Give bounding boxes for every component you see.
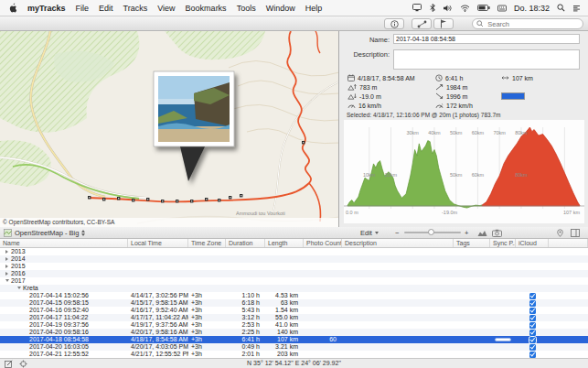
cell-photo-count bbox=[304, 248, 342, 255]
description-field[interactable] bbox=[393, 49, 580, 70]
table-row[interactable]: 2017-04-20 16:03:054/20/17, 4:03:05 PM+3… bbox=[0, 343, 588, 351]
volume-icon[interactable] bbox=[444, 5, 453, 12]
name-field[interactable] bbox=[393, 34, 580, 44]
group-row[interactable]: 2013 bbox=[0, 248, 588, 255]
row-name-label: 2017-04-21 12:55:52 bbox=[29, 351, 89, 357]
zoom-out-label[interactable]: − bbox=[395, 227, 399, 238]
waypoint-toggle-button[interactable] bbox=[556, 227, 564, 238]
cell-icloud bbox=[516, 307, 549, 314]
table-row[interactable]: 2017-04-20 09:58:164/20/17, 9:58:16 AM+3… bbox=[0, 329, 588, 336]
chart-axis-label: 70km bbox=[493, 130, 506, 135]
icloud-checkbox[interactable] bbox=[529, 337, 536, 343]
chart-axis-label: 50km bbox=[450, 172, 463, 178]
row-name-label: Kreta bbox=[23, 285, 38, 291]
cell-icloud bbox=[516, 285, 549, 292]
icloud-checkbox[interactable] bbox=[529, 300, 536, 307]
column-header-description[interactable]: Description bbox=[342, 239, 454, 247]
menu-item-window[interactable]: Window bbox=[266, 4, 295, 13]
chart-axis-label: 30km bbox=[406, 130, 419, 135]
bluetooth-icon[interactable] bbox=[429, 4, 436, 12]
apple-logo-icon[interactable] bbox=[9, 3, 17, 13]
cell-sync-p bbox=[490, 263, 516, 270]
disclosure-triangle[interactable] bbox=[5, 250, 8, 254]
group-row[interactable]: 2014 bbox=[0, 255, 588, 263]
row-name-label: 2017-04-16 09:52:40 bbox=[29, 307, 89, 313]
cell-local-time: 4/18/17, 8:54:58 AM bbox=[128, 336, 188, 343]
disclosure-triangle[interactable] bbox=[17, 287, 21, 289]
panel-toggle-button[interactable] bbox=[571, 227, 580, 238]
disclosure-triangle[interactable] bbox=[5, 257, 8, 261]
column-header-photo-count[interactable]: Photo Count bbox=[304, 239, 342, 247]
table-row[interactable]: 2017-04-18 08:54:584/18/17, 8:54:58 AM+3… bbox=[0, 336, 588, 343]
zoom-slider-track[interactable] bbox=[404, 232, 461, 233]
icloud-checkbox[interactable] bbox=[529, 308, 536, 314]
icloud-checkbox[interactable] bbox=[529, 322, 536, 329]
cell-length: 41.0 km bbox=[265, 321, 304, 329]
track-color-well[interactable] bbox=[501, 92, 525, 100]
cell-local-time bbox=[128, 270, 188, 277]
menu-item-bookmarks[interactable]: Bookmarks bbox=[186, 4, 227, 13]
group-row[interactable]: 2017 bbox=[0, 277, 588, 285]
map-layer-selector[interactable]: OpenStreetMap - Big bbox=[4, 227, 85, 238]
icloud-checkbox[interactable] bbox=[529, 344, 536, 351]
table-row[interactable]: 2017-04-16 09:52:404/16/17, 9:52:40 AM+3… bbox=[0, 307, 588, 314]
disclosure-triangle[interactable] bbox=[5, 272, 8, 276]
disclosure-triangle[interactable] bbox=[5, 279, 9, 282]
table-row[interactable]: 2017-04-17 11:04:224/17/17, 11:04:22 AM+… bbox=[0, 314, 588, 321]
edit-mode-selector[interactable]: Edit bbox=[360, 227, 379, 238]
zoom-slider-knob[interactable] bbox=[428, 229, 434, 235]
table-row[interactable]: 2017-04-21 12:55:524/21/17, 12:55:52 PM+… bbox=[0, 351, 588, 358]
wifi-icon[interactable] bbox=[460, 5, 470, 12]
spotlight-magnifier-icon[interactable] bbox=[557, 4, 565, 12]
table-row[interactable]: 2017-04-19 09:37:564/19/17, 9:37:56 AM+3… bbox=[0, 321, 588, 329]
column-header-icloud[interactable]: iCloud bbox=[516, 239, 549, 247]
display-icon[interactable] bbox=[412, 4, 422, 12]
table-row[interactable]: 2017-04-14 15:02:564/14/17, 3:02:56 PM+3… bbox=[0, 292, 588, 299]
disclosure-triangle[interactable] bbox=[5, 265, 8, 268]
chart-axis-label: 50km bbox=[450, 130, 463, 135]
map-view[interactable]: Ammoudi tou Vourkoti © OpenStreetMap con… bbox=[0, 31, 339, 227]
info-button[interactable] bbox=[384, 18, 404, 29]
icloud-checkbox[interactable] bbox=[529, 315, 536, 321]
flag-button[interactable] bbox=[433, 18, 454, 29]
menu-item-help[interactable]: Help bbox=[305, 4, 323, 13]
group-row[interactable]: 2016 bbox=[0, 270, 588, 277]
group-row[interactable]: 2015 bbox=[0, 263, 588, 270]
zoom-slider[interactable] bbox=[404, 227, 461, 238]
menu-item-edit[interactable]: Edit bbox=[99, 4, 113, 13]
column-header-length[interactable]: Length bbox=[265, 239, 304, 247]
cell-duration bbox=[226, 248, 265, 255]
cell-time-zone bbox=[188, 285, 226, 292]
column-header-name[interactable]: Name bbox=[0, 239, 128, 247]
icloud-checkbox[interactable] bbox=[529, 352, 536, 358]
menu-item-file[interactable]: File bbox=[76, 4, 90, 13]
keyboard-icon[interactable] bbox=[497, 5, 507, 12]
icloud-checkbox[interactable] bbox=[529, 330, 536, 336]
cell-length bbox=[265, 285, 304, 292]
column-header-tags[interactable]: Tags bbox=[454, 239, 490, 247]
search-input[interactable] bbox=[486, 19, 579, 29]
icloud-checkbox[interactable] bbox=[529, 293, 536, 299]
elevation-chart[interactable]: 30km40km50km60km70km80km10km20km50km60km… bbox=[344, 120, 584, 223]
zoom-in-label[interactable]: + bbox=[465, 227, 468, 238]
menu-item-app[interactable]: myTracks bbox=[27, 4, 66, 13]
menu-item-tools[interactable]: Tools bbox=[237, 4, 256, 13]
search-field[interactable] bbox=[472, 18, 583, 29]
column-header-duration[interactable]: Duration bbox=[226, 239, 265, 247]
cell-duration: 1:10 h bbox=[226, 292, 265, 299]
elevation-overlay-button[interactable] bbox=[477, 227, 487, 238]
column-header-local-time[interactable]: Local Time bbox=[128, 239, 188, 247]
menu-item-view[interactable]: View bbox=[157, 4, 175, 13]
menu-clock[interactable]: Do. 18:32 bbox=[514, 4, 550, 13]
battery-icon[interactable] bbox=[477, 5, 490, 11]
group-row[interactable]: Kreta bbox=[0, 285, 588, 292]
cell-local-time: 4/17/17, 11:04:22 AM bbox=[128, 314, 188, 321]
column-header-sync-p[interactable]: Sync P... bbox=[490, 239, 516, 247]
route-button[interactable] bbox=[412, 18, 432, 29]
notification-center-icon[interactable] bbox=[572, 5, 581, 12]
photo-overlay-button[interactable] bbox=[492, 227, 502, 238]
table-row[interactable]: 2017-04-15 09:58:154/15/17, 9:58:15 AM+3… bbox=[0, 299, 588, 307]
column-header-time-zone[interactable]: Time Zone bbox=[188, 239, 226, 247]
menu-item-tracks[interactable]: Tracks bbox=[123, 4, 148, 13]
cell-length: 203 km bbox=[265, 351, 304, 358]
